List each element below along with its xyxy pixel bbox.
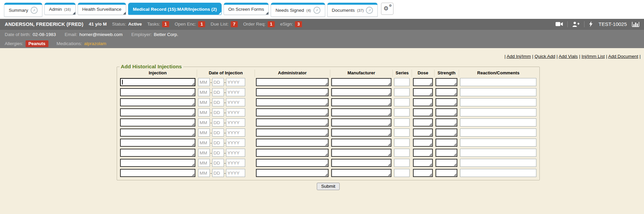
injection-input[interactable] xyxy=(120,149,195,157)
month-input[interactable] xyxy=(198,98,210,106)
tab-admin[interactable]: Admin (16) xyxy=(44,3,76,15)
injection-input[interactable] xyxy=(120,118,195,127)
administrator-input[interactable] xyxy=(256,149,329,157)
dose-input[interactable] xyxy=(413,108,433,116)
series-input[interactable] xyxy=(394,118,410,127)
dose-input[interactable] xyxy=(413,149,433,157)
reaction-comments-input[interactable] xyxy=(460,78,536,86)
reaction-comments-input[interactable] xyxy=(460,129,536,137)
day-input[interactable] xyxy=(212,169,224,177)
manufacturer-input[interactable] xyxy=(331,129,391,137)
link-inj-imm-list[interactable]: Inj/Imm List xyxy=(581,54,605,59)
manufacturer-input[interactable] xyxy=(331,78,391,86)
day-input[interactable] xyxy=(212,139,224,147)
strength-input[interactable] xyxy=(435,118,457,127)
month-input[interactable] xyxy=(198,139,210,147)
order-req-count-badge[interactable]: 1 xyxy=(268,21,275,27)
submit-button[interactable]: Submit xyxy=(317,183,340,190)
year-input[interactable] xyxy=(226,118,245,127)
strength-input[interactable] xyxy=(435,159,457,167)
manufacturer-input[interactable] xyxy=(331,169,391,177)
strength-input[interactable] xyxy=(435,139,457,147)
series-input[interactable] xyxy=(394,139,410,147)
injection-input[interactable] xyxy=(120,78,195,86)
day-input[interactable] xyxy=(212,129,224,137)
strength-input[interactable] xyxy=(435,169,457,177)
day-input[interactable] xyxy=(212,159,224,167)
month-input[interactable] xyxy=(198,108,210,116)
day-input[interactable] xyxy=(212,88,224,96)
dose-input[interactable] xyxy=(413,129,433,137)
month-input[interactable] xyxy=(198,118,210,127)
quick-action-lightning-icon[interactable] xyxy=(589,21,593,27)
month-input[interactable] xyxy=(198,88,210,96)
strength-input[interactable] xyxy=(435,108,457,116)
series-input[interactable] xyxy=(394,169,410,177)
dose-input[interactable] xyxy=(413,78,433,86)
series-input[interactable] xyxy=(394,149,410,157)
administrator-input[interactable] xyxy=(256,159,329,167)
day-input[interactable] xyxy=(212,78,224,86)
month-input[interactable] xyxy=(198,78,210,86)
reaction-comments-input[interactable] xyxy=(460,159,536,167)
year-input[interactable] xyxy=(226,159,245,167)
month-input[interactable] xyxy=(198,149,210,157)
administrator-input[interactable] xyxy=(256,108,329,116)
tab-on-screen-forms[interactable]: On Screen Forms xyxy=(224,3,269,15)
strength-input[interactable] xyxy=(435,78,457,86)
tab-health-surveillance[interactable]: Health Surveillance xyxy=(78,3,126,15)
allergy-badge[interactable]: Peanuts xyxy=(26,40,49,47)
reaction-comments-input[interactable] xyxy=(460,98,536,106)
series-input[interactable] xyxy=(394,108,410,116)
administrator-input[interactable] xyxy=(256,118,329,127)
injection-input[interactable] xyxy=(120,129,195,137)
administrator-input[interactable] xyxy=(256,139,329,147)
injection-input[interactable] xyxy=(120,108,195,116)
strength-input[interactable] xyxy=(435,129,457,137)
link-add-document[interactable]: Add Document xyxy=(608,54,638,59)
day-input[interactable] xyxy=(212,108,224,116)
reaction-comments-input[interactable] xyxy=(460,139,536,147)
esign-count-badge[interactable]: 3 xyxy=(295,21,302,27)
due-list-count-badge[interactable]: 7 xyxy=(231,21,238,27)
manufacturer-input[interactable] xyxy=(331,149,391,157)
dose-input[interactable] xyxy=(413,139,433,147)
medications-value[interactable]: alprazolam xyxy=(84,41,106,46)
reaction-comments-input[interactable] xyxy=(460,88,536,96)
series-input[interactable] xyxy=(394,88,410,96)
injection-input[interactable] xyxy=(120,139,195,147)
strength-input[interactable] xyxy=(435,149,457,157)
injection-input[interactable] xyxy=(120,159,195,167)
manufacturer-input[interactable] xyxy=(331,88,391,96)
reaction-comments-input[interactable] xyxy=(460,108,536,116)
tab-medical-record-mar-injections[interactable]: Medical Record (15):MAR/Injections (2) xyxy=(128,3,222,15)
series-input[interactable] xyxy=(394,98,410,106)
dose-input[interactable] xyxy=(413,88,433,96)
link-add-inj-imm[interactable]: Add Inj/Imm xyxy=(506,54,531,59)
dose-input[interactable] xyxy=(413,98,433,106)
year-input[interactable] xyxy=(226,139,245,147)
administrator-input[interactable] xyxy=(256,88,329,96)
reaction-comments-input[interactable] xyxy=(460,118,536,127)
year-input[interactable] xyxy=(226,98,245,106)
year-input[interactable] xyxy=(226,169,245,177)
year-input[interactable] xyxy=(226,149,245,157)
injection-input[interactable] xyxy=(120,88,195,96)
strength-input[interactable] xyxy=(435,98,457,106)
injection-input[interactable] xyxy=(120,169,195,177)
day-input[interactable] xyxy=(212,149,224,157)
tab-needs-signed[interactable]: Needs Signed (4) ↗ xyxy=(271,3,325,17)
administrator-input[interactable] xyxy=(256,78,329,86)
manufacturer-input[interactable] xyxy=(331,139,391,147)
dose-input[interactable] xyxy=(413,169,433,177)
open-enc-count-badge[interactable]: 1 xyxy=(198,21,205,27)
tab-summary[interactable]: Summary ↗ xyxy=(4,3,42,17)
month-input[interactable] xyxy=(198,169,210,177)
manufacturer-input[interactable] xyxy=(331,108,391,116)
year-input[interactable] xyxy=(226,78,245,86)
series-input[interactable] xyxy=(394,159,410,167)
tasks-count-badge[interactable]: 1 xyxy=(162,21,169,27)
series-input[interactable] xyxy=(394,78,410,86)
year-input[interactable] xyxy=(226,129,245,137)
year-input[interactable] xyxy=(226,88,245,96)
